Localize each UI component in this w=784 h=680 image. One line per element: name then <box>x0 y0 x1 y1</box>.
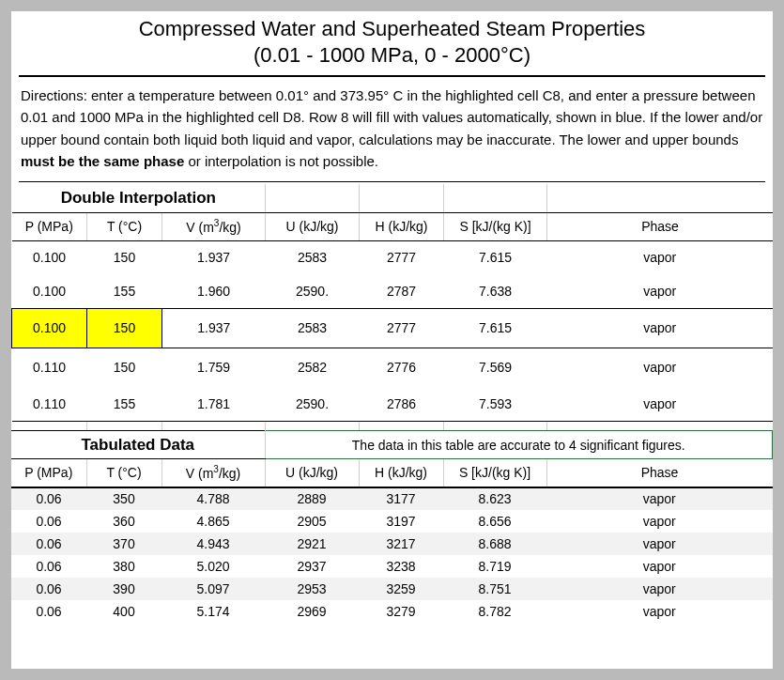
cell-h: 3177 <box>359 487 443 510</box>
divider <box>19 75 765 77</box>
cell-t: 155 <box>87 387 162 421</box>
cell-s: 7.569 <box>444 348 547 387</box>
interp-section-title: Double Interpolation <box>12 184 266 212</box>
cell-p: 0.06 <box>11 600 86 623</box>
cell-t: 360 <box>86 510 161 533</box>
cell-s: 8.782 <box>443 600 546 623</box>
col-v: V (m3/kg) <box>161 459 265 487</box>
section-header-row: Tabulated Data The data in this table ar… <box>11 431 773 459</box>
col-s: S [kJ/(kg K)] <box>443 459 546 487</box>
table-row: 0.06 400 5.174 2969 3279 8.782 vapor <box>11 600 773 623</box>
col-v: V (m3/kg) <box>162 212 266 240</box>
col-u: U (kJ/kg) <box>265 459 359 487</box>
cell-h: 2777 <box>360 240 444 274</box>
divider <box>19 181 765 182</box>
cell-p: 0.110 <box>12 387 87 421</box>
column-headers: P (MPa) T (°C) V (m3/kg) U (kJ/kg) H (kJ… <box>11 459 773 487</box>
col-h: H (kJ/kg) <box>359 459 443 487</box>
cell-v: 1.937 <box>162 240 266 274</box>
col-s: S [kJ/(kg K)] <box>444 212 547 240</box>
cell-u: 2937 <box>265 555 359 578</box>
cell-u: 2583 <box>266 308 360 348</box>
directions-bold: must be the same phase <box>21 153 184 169</box>
cell-s: 8.719 <box>443 555 546 578</box>
table-row: 0.06 350 4.788 2889 3177 8.623 vapor <box>11 487 773 510</box>
cell-t: 390 <box>86 578 161 600</box>
cell-h: 3217 <box>359 533 443 555</box>
cell-phase: vapor <box>546 510 772 533</box>
cell-v: 4.943 <box>161 533 265 555</box>
cell-h: 3197 <box>359 510 443 533</box>
col-h: H (kJ/kg) <box>360 212 444 240</box>
table-row: 0.100 150 1.937 2583 2777 7.615 vapor <box>12 240 774 274</box>
cell-h: 2776 <box>360 348 444 387</box>
cell-phase: vapor <box>547 240 773 274</box>
cell-p: 0.06 <box>11 487 86 510</box>
table-row: 0.100 155 1.960 2590. 2787 7.638 vapor <box>12 274 774 308</box>
col-t: T (°C) <box>86 459 161 487</box>
cell-h: 3259 <box>359 578 443 600</box>
cell-u: 2583 <box>266 240 360 274</box>
cell-s: 8.623 <box>443 487 546 510</box>
cell-phase: vapor <box>547 387 773 421</box>
interpolation-table: Double Interpolation P (MPa) T (°C) V (m… <box>11 184 773 430</box>
table-row: 0.110 150 1.759 2582 2776 7.569 vapor <box>12 348 774 387</box>
cell-u: 2590. <box>266 274 360 308</box>
input-pressure-cell[interactable]: 0.100 <box>12 308 87 348</box>
cell-phase: vapor <box>546 533 772 555</box>
cell-p: 0.06 <box>11 533 86 555</box>
cell-phase: vapor <box>547 274 773 308</box>
table-row: 0.110 155 1.781 2590. 2786 7.593 vapor <box>12 387 774 421</box>
cell-s: 8.656 <box>443 510 546 533</box>
tab-note: The data in this table are accurate to 4… <box>265 431 772 459</box>
cell-t: 380 <box>86 555 161 578</box>
spreadsheet-sheet: Compressed Water and Superheated Steam P… <box>0 0 784 680</box>
spacer-row <box>12 421 774 430</box>
cell-p: 0.110 <box>12 348 87 387</box>
cell-u: 2969 <box>265 600 359 623</box>
cell-p: 0.06 <box>11 555 86 578</box>
col-phase: Phase <box>546 459 772 487</box>
cell-phase: vapor <box>546 555 772 578</box>
col-p: P (MPa) <box>12 212 87 240</box>
cell-u: 2582 <box>266 348 360 387</box>
directions-post: or interpolation is not possible. <box>184 153 378 169</box>
cell-t: 150 <box>87 240 162 274</box>
tab-section-title: Tabulated Data <box>11 431 265 459</box>
cell-v: 5.174 <box>161 600 265 623</box>
col-p: P (MPa) <box>11 459 86 487</box>
cell-v: 4.865 <box>161 510 265 533</box>
table-row: 0.06 370 4.943 2921 3217 8.688 vapor <box>11 533 773 555</box>
cell-t: 155 <box>87 274 162 308</box>
cell-phase: vapor <box>547 348 773 387</box>
column-headers: P (MPa) T (°C) V (m3/kg) U (kJ/kg) H (kJ… <box>12 212 774 240</box>
table-row: 0.06 360 4.865 2905 3197 8.656 vapor <box>11 510 773 533</box>
page-title: Compressed Water and Superheated Steam P… <box>11 11 773 43</box>
cell-p: 0.100 <box>12 274 87 308</box>
cell-phase: vapor <box>546 487 772 510</box>
tabulated-table: Tabulated Data The data in this table ar… <box>11 430 773 623</box>
cell-s: 7.638 <box>444 274 547 308</box>
cell-v: 1.937 <box>162 308 266 348</box>
cell-s: 7.593 <box>444 387 547 421</box>
cell-p: 0.100 <box>12 240 87 274</box>
cell-s: 7.615 <box>444 308 547 348</box>
cell-v: 1.781 <box>162 387 266 421</box>
cell-phase: vapor <box>547 308 773 348</box>
cell-u: 2905 <box>265 510 359 533</box>
cell-u: 2953 <box>265 578 359 600</box>
cell-u: 2889 <box>265 487 359 510</box>
cell-h: 2786 <box>360 387 444 421</box>
col-t: T (°C) <box>87 212 162 240</box>
col-u: U (kJ/kg) <box>266 212 360 240</box>
cell-v: 4.788 <box>161 487 265 510</box>
cell-t: 150 <box>87 348 162 387</box>
cell-phase: vapor <box>546 600 772 623</box>
cell-u: 2590. <box>266 387 360 421</box>
cell-s: 7.615 <box>444 240 547 274</box>
cell-v: 1.759 <box>162 348 266 387</box>
section-header-row: Double Interpolation <box>12 184 774 212</box>
page-subtitle: (0.01 - 1000 MPa, 0 - 2000°C) <box>11 43 773 73</box>
cell-t: 350 <box>86 487 161 510</box>
input-temperature-cell[interactable]: 150 <box>87 308 162 348</box>
